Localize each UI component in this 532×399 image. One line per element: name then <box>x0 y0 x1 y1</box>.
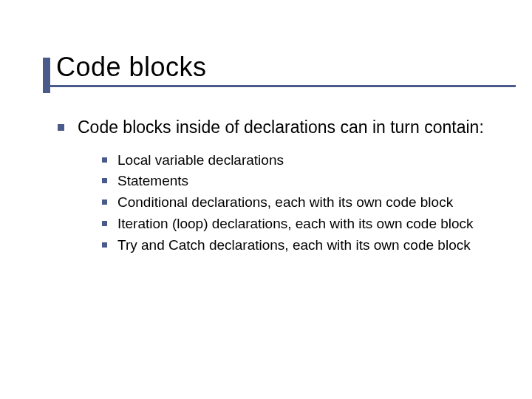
square-bullet-icon <box>102 221 107 226</box>
list-item: Statements <box>102 172 495 191</box>
square-bullet-icon <box>102 157 107 163</box>
list-item: Local variable declarations <box>102 151 495 170</box>
square-bullet-icon <box>102 242 107 248</box>
title-container: Code blocks <box>52 52 495 83</box>
list-item-text: Iteration (loop) declarations, each with… <box>117 215 474 233</box>
square-bullet-icon <box>58 124 64 131</box>
title-accent-bar <box>43 58 50 93</box>
list-item-text: Statements <box>117 172 188 191</box>
square-bullet-icon <box>102 178 107 183</box>
title-underline <box>43 85 516 87</box>
list-item: Try and Catch declarations, each with it… <box>102 236 495 255</box>
list-item-text: Try and Catch declarations, each with it… <box>117 236 471 255</box>
list-item-text: Local variable declarations <box>117 151 284 170</box>
intro-item: Code blocks inside of declarations can i… <box>58 117 495 138</box>
list-item-text: Conditional declarations, each with its … <box>117 194 453 212</box>
square-bullet-icon <box>102 200 107 205</box>
intro-text: Code blocks inside of declarations can i… <box>78 117 484 138</box>
sub-list: Local variable declarations Statements C… <box>58 149 495 254</box>
slide: Code blocks Code blocks inside of declar… <box>0 0 532 287</box>
list-item: Iteration (loop) declarations, each with… <box>102 215 495 233</box>
slide-body: Code blocks inside of declarations can i… <box>52 103 495 254</box>
slide-title: Code blocks <box>52 52 495 83</box>
list-item: Conditional declarations, each with its … <box>102 194 495 212</box>
